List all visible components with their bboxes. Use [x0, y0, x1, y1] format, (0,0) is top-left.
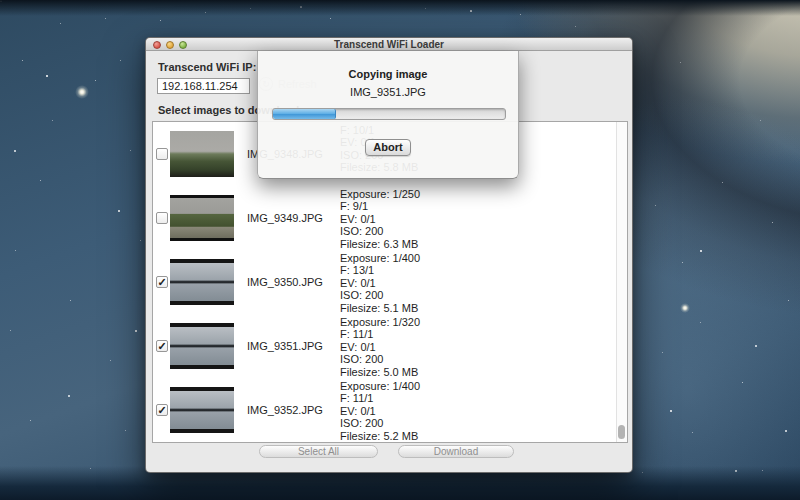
image-exif-meta: Exposure: 1/400 F: 13/1 EV: 0/1 ISO: 200…: [340, 252, 420, 314]
list-item: ✓ IMG_9352.JPG Exposure: 1/400 F: 11/1 E…: [153, 378, 627, 442]
image-checkbox[interactable]: [156, 148, 168, 160]
copying-filename: IMG_9351.JPG: [258, 86, 518, 98]
photo-thumbnail: [170, 323, 234, 369]
bright-star: [680, 303, 690, 313]
bright-star: [75, 85, 89, 99]
download-button[interactable]: Download: [398, 445, 514, 458]
window-titlebar[interactable]: Transcend WiFi Loader: [146, 38, 632, 51]
image-checkbox[interactable]: ✓: [156, 340, 168, 352]
ip-field-label: Transcend WiFi IP:: [158, 61, 256, 73]
app-window: Transcend WiFi Loader Transcend WiFi IP:…: [145, 37, 633, 473]
list-item: ✓ IMG_9351.JPG Exposure: 1/320 F: 11/1 E…: [153, 314, 627, 378]
image-filename: IMG_9351.JPG: [247, 340, 323, 352]
exif-line: Exposure: 1/400: [340, 380, 420, 392]
image-checkbox[interactable]: ✓: [156, 404, 168, 416]
exif-line: ISO: 200: [340, 225, 420, 237]
ip-address-input[interactable]: [157, 78, 250, 94]
vertical-scrollbar[interactable]: [616, 122, 627, 442]
list-item: IMG_9349.JPG Exposure: 1/250 F: 9/1 EV: …: [153, 186, 627, 250]
scrollbar-thumb[interactable]: [618, 425, 625, 439]
image-filename: IMG_9352.JPG: [247, 404, 323, 416]
dialog-title: Copying image: [258, 68, 518, 80]
exif-line: EV: 0/1: [340, 277, 420, 289]
wallpaper-top-shade: [0, 0, 800, 16]
exif-line: Filesize: 5.1 MB: [340, 302, 420, 314]
exif-line: Exposure: 1/400: [340, 252, 420, 264]
exif-line: EV: 0/1: [340, 213, 420, 225]
image-checkbox[interactable]: [156, 212, 168, 224]
photo-thumbnail: [170, 259, 234, 305]
list-item: ✓ IMG_9350.JPG Exposure: 1/400 F: 13/1 E…: [153, 250, 627, 314]
exif-line: EV: 0/1: [340, 405, 420, 417]
exif-line: EV: 0/1: [340, 341, 420, 353]
exif-line: Filesize: 5.2 MB: [340, 430, 420, 442]
exif-line: F: 13/1: [340, 264, 420, 276]
exif-line: F: 9/1: [340, 200, 420, 212]
image-filename: IMG_9350.JPG: [247, 276, 323, 288]
image-exif-meta: Exposure: 1/250 F: 9/1 EV: 0/1 ISO: 200 …: [340, 188, 420, 250]
exif-line: Filesize: 5.0 MB: [340, 366, 420, 378]
exif-line: Filesize: 6.3 MB: [340, 238, 420, 250]
window-title: Transcend WiFi Loader: [146, 39, 632, 50]
image-filename: IMG_9349.JPG: [247, 212, 323, 224]
exif-line: F: 11/1: [340, 392, 420, 404]
exif-line: Exposure: 1/250: [340, 188, 420, 200]
photo-thumbnail: [170, 387, 234, 433]
exif-line: F: 11/1: [340, 328, 420, 340]
exif-line: ISO: 200: [340, 417, 420, 429]
abort-button[interactable]: Abort: [365, 139, 411, 156]
image-exif-meta: Exposure: 1/400 F: 11/1 EV: 0/1 ISO: 200…: [340, 380, 420, 442]
exif-line: Exposure: 1/320: [340, 316, 420, 328]
copy-progress-bar: [272, 108, 506, 120]
photo-thumbnail: [170, 131, 234, 177]
image-checkbox[interactable]: ✓: [156, 276, 168, 288]
exif-line: ISO: 200: [340, 353, 420, 365]
exif-line: ISO: 200: [340, 289, 420, 301]
image-exif-meta: Exposure: 1/320 F: 11/1 EV: 0/1 ISO: 200…: [340, 316, 420, 378]
select-all-button[interactable]: Select All: [259, 445, 378, 458]
photo-thumbnail: [170, 195, 234, 241]
copy-progress-fill: [273, 109, 336, 119]
copying-dialog: Copying image IMG_9351.JPG Abort: [257, 51, 519, 179]
